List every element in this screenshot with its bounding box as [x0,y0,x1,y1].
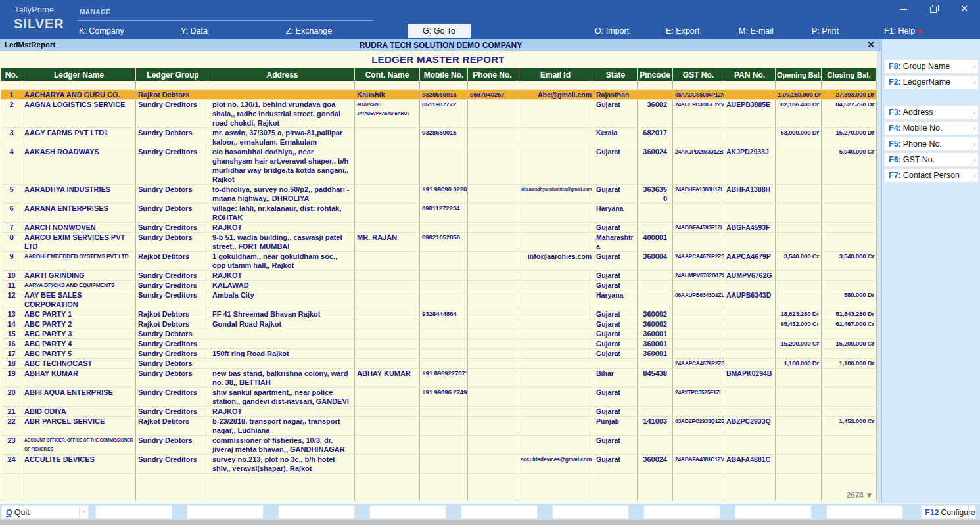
chevron-left-icon[interactable]: ‹ [971,169,978,182]
menu-export[interactable]: E: Export [666,26,699,35]
goto-button[interactable]: G: Go To [408,24,471,38]
minimize-icon[interactable] [898,3,909,14]
menu-company[interactable]: K: Company [79,26,124,35]
ledger-row[interactable]: 12AAY BEE SALES CORPORATIONSundry Credit… [1,290,877,309]
cell-address [210,358,355,368]
chevron-left-icon[interactable]: ‹ [971,153,978,166]
tail-cell [776,473,822,501]
cell-state: Gujarat [594,99,638,127]
cell-mobile: 8511907772 [420,99,468,127]
chevron-left-icon[interactable]: ‹ [971,137,978,150]
ledger-row[interactable]: 20ABHI AQUA ENTERPRISESundry Creditorssh… [1,387,877,406]
ledger-row[interactable]: 24ACCULITE DEVICESSundry Creditorssurvey… [1,454,877,473]
menu-import[interactable]: O: Import [595,26,629,35]
cell-phone [468,251,517,270]
ledger-row[interactable]: 6AARANA ENTERPRISESSundry Debtorsvillage… [1,203,877,222]
ledger-row[interactable]: 19ABHAY KUMARSundry Debtorsnew bas stand… [1,368,877,387]
cell-address: RAJKOT [210,406,355,416]
sidebar-button-mobile-no[interactable]: F4:Mobile No.‹ [884,121,979,135]
ledger-row[interactable]: 9AAROHI EMBEDDED SYSTEMS PVT LTDRajkot D… [1,251,877,270]
chevron-left-icon[interactable]: ‹ [971,76,978,89]
close-window-icon[interactable]: ✕ [959,3,969,14]
ledger-row[interactable]: 14ABC PARTY 2Rajkot DebtorsGondal Road R… [1,319,877,329]
ledger-row[interactable]: 2AAGNA LOGISTICS SERVICESundry Creditors… [1,99,877,127]
ledger-row[interactable]: 5AARADHYA INDUSTRIESSundry Debtorsto-dhr… [1,184,877,203]
sidebar-button-phone-no[interactable]: F5:Phone No.‹ [884,137,979,151]
close-report-icon[interactable]: ✕ [865,39,877,51]
cell-state: Kerala [594,127,638,147]
ledger-row[interactable]: 4AAKASH ROADWAYSSundry Creditorsc/o hasa… [1,147,877,184]
cell-no: 11 [1,280,22,290]
cell-pan: ABGFA4593F [724,222,776,232]
sidebar-button-group-name[interactable]: F8:Group Name‹ [884,59,979,74]
cell-pan [724,406,776,416]
cell-group: Sundry Creditors [136,338,210,348]
status-bar: LedMstReport RUDRA TECH SOLUTION DEMO CO… [0,39,881,51]
ledger-row[interactable]: 16ABC PARTY 4Sundry CreditorsGujarat3600… [1,338,877,348]
sidebar-button-label: Mobile No. [903,124,943,133]
cell-state: Gujarat [594,184,638,203]
ledger-row[interactable]: 3AAGY FARMS PVT LTD1Sundry Debtorsmr. as… [1,127,877,147]
cell-opening [776,348,822,358]
maximize-icon[interactable] [929,3,939,14]
cell-no: 7 [1,222,22,232]
sidebar-button-colon: : [898,62,901,71]
cell-name: AARADHYA INDUSTRIES [22,184,136,203]
cell-email [517,358,594,368]
quit-button[interactable]: Q Quit ^ [1,505,89,519]
chevron-left-icon[interactable]: ‹ [968,506,975,518]
table-scrollbar[interactable] [877,51,881,503]
cell-state: Bihar [594,368,638,387]
ledger-row[interactable]: 1AACHARYA AND GURU CO.Rajkot DebtorsKaus… [1,89,877,99]
cell-group: Sundry Creditors [136,280,210,290]
cell-mobile [420,222,468,232]
ledger-row[interactable]: 13ABC PARTY 1Rajkot DebtorsFF 41 Shreema… [1,309,877,319]
menu-data[interactable]: Y: Data [181,26,208,35]
cell-email [517,416,594,435]
chevron-left-icon[interactable]: ‹ [971,122,978,135]
menu-print[interactable]: P: Print [812,26,839,35]
cell-mobile: 9328660016 [420,127,468,147]
spacer-cell [673,81,724,89]
cell-no: 18 [1,358,22,368]
cell-opening [776,280,822,290]
cell-pincode [638,290,673,309]
sidebar-button-address[interactable]: F3:Address‹ [884,105,979,120]
ledger-row[interactable]: 22ABR PARCEL SERVICERajkot Debtorsb-23/2… [1,416,877,435]
menu-exchange[interactable]: Z: Exchange [286,26,332,35]
cell-cont [355,270,420,280]
window-controls: ✕ [898,1,969,16]
cell-phone [468,329,517,338]
menu-help[interactable]: F1: Help [884,26,922,35]
ledger-row[interactable]: 15ABC PARTY 3Sundry DebtorsGujarat360001 [1,329,877,338]
cell-group: Sundry Creditors [136,270,210,280]
sidebar-top-gap [882,39,980,58]
ledger-row[interactable]: 18ABC TECHNOCASTSundry Debtors24AAPCA467… [1,358,877,368]
chevron-left-icon[interactable]: ‹ [971,106,978,119]
menu-e-mail[interactable]: M: E-mail [739,26,774,35]
ledger-row[interactable]: 11AARYA BRICKS AND EQUIPMENTSSundry Cred… [1,280,877,290]
ledger-row[interactable]: 7AARCH NONWOVENSundry CreditorsRAJKOTGuj… [1,222,877,232]
cell-email [517,329,594,338]
sidebar-button-ledgername[interactable]: F2:LedgerName‹ [884,75,979,89]
cell-opening [776,184,822,203]
cell-gst: 24ABAFA4881C1ZV [673,454,724,473]
column-header-pan-no: PAN No. [724,68,776,81]
sidebar-button-contact-person[interactable]: F7:Contact Person‹ [884,168,979,183]
chevron-left-icon[interactable]: ‹ [971,60,978,73]
configure-button[interactable]: F12 Configure ‹ [921,505,976,519]
caret-up-icon[interactable]: ^ [79,506,88,518]
cell-closing [822,270,877,280]
ledger-row[interactable]: 8AARCO EXIM SERVICES PVT LTDSundry Debto… [1,232,877,251]
cell-address: to-dhroliya, survey no.50/p2,, paddhari … [210,184,355,203]
ledger-row[interactable]: 23ACCOUNT OFFICER, OFFICE OF THE COMMISS… [1,435,877,454]
ledger-row[interactable]: 21ABID ODIYASundry CreditorsRAJKOTGujara… [1,406,877,416]
cell-gst: 24AAPCA4679P2ZS [673,358,724,368]
record-count[interactable]: 2674 ▼ [824,491,874,501]
ledger-row[interactable]: 10AARTI GRINDINGSundry CreditorsRAJKOTGu… [1,270,877,280]
empty-toolbar-slot [826,505,903,519]
sidebar-button-gst-no[interactable]: F6:GST No.‹ [884,152,979,167]
cell-phone [468,309,517,319]
ledger-row[interactable]: 17ABC PARTY 5Sundry Creditors150ft ring … [1,348,877,358]
cell-closing [822,203,877,222]
